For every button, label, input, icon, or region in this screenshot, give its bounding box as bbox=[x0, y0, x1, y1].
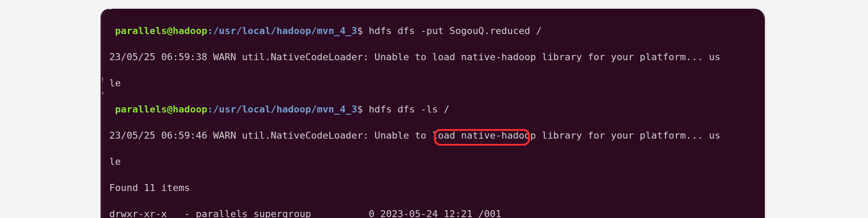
prompt-line-2: parallels@hadoop:/usr/local/hadoop/mvn_4… bbox=[109, 103, 765, 116]
user-host: parallels@hadoop bbox=[115, 25, 207, 36]
prompt-path-2: /usr/local/hadoop/mvn_4_3 bbox=[213, 104, 357, 115]
prompt-line-1: parallels@hadoop:/usr/local/hadoop/mvn_4… bbox=[109, 24, 765, 37]
prompt-dollar: $ bbox=[357, 25, 369, 36]
found-items: Found 11 items bbox=[109, 181, 765, 194]
prompt-colon-2: : bbox=[207, 104, 213, 115]
terminal-output[interactable]: parallels@hadoop:/usr/local/hadoop/mvn_4… bbox=[103, 9, 765, 218]
terminal-window: n Sh rs parallels@hadoop:/usr/local/hado… bbox=[103, 9, 765, 218]
warn-ls: 23/05/25 06:59:46 WARN util.NativeCodeLo… bbox=[109, 129, 765, 142]
warn-put: 23/05/25 06:59:38 WARN util.NativeCodeLo… bbox=[109, 51, 765, 64]
list-row-0: drwxr-xr-x - parallels supergroup 0 2023… bbox=[109, 208, 765, 218]
prompt-dollar-2: $ bbox=[357, 104, 369, 115]
warn-ls-wrap: le bbox=[109, 155, 765, 168]
command-ls: hdfs dfs -ls / bbox=[369, 104, 449, 115]
command-put: hdfs dfs -put SogouQ.reduced / bbox=[369, 25, 542, 36]
prompt-path: /usr/local/hadoop/mvn_4_3 bbox=[213, 25, 357, 36]
user-host-2: parallels@hadoop bbox=[115, 104, 207, 115]
warn-put-wrap: le bbox=[109, 77, 765, 90]
prompt-colon: : bbox=[207, 25, 213, 36]
